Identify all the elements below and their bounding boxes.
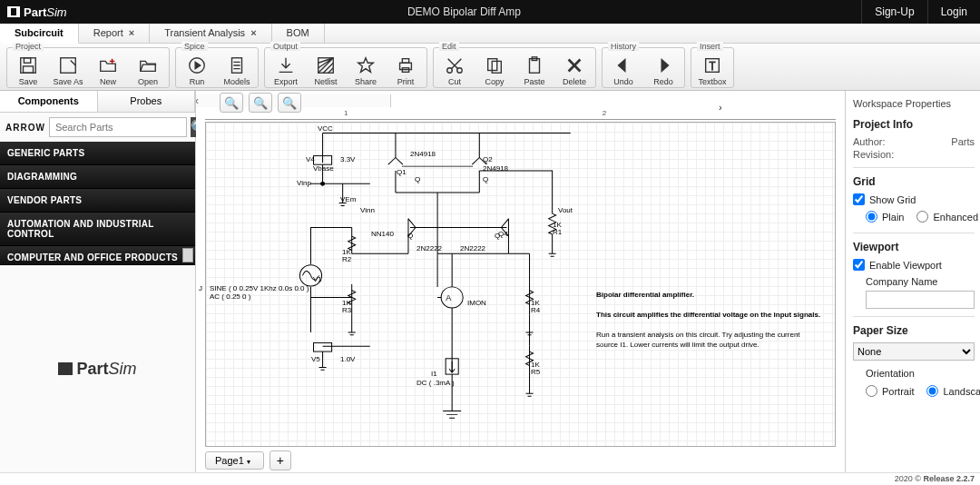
close-icon[interactable]: × <box>129 27 134 38</box>
author-label: Author: <box>853 136 885 147</box>
grid-area[interactable]: J <box>205 122 836 447</box>
lbl-vinp: Vinp <box>297 179 311 187</box>
zoom-out-icon: 🔍 <box>253 96 268 110</box>
left-panel: Components Probes ARROW 🔍 GENERIC PARTS … <box>0 91 196 472</box>
export-button[interactable]: Export <box>269 50 303 86</box>
tab-subcircuit[interactable]: Subcircuit <box>0 24 79 44</box>
category-list: GENERIC PARTS DIAGRAMMING VENDOR PARTS A… <box>0 142 195 265</box>
chevron-down-icon: ▾ <box>247 458 250 466</box>
tab-transient[interactable]: Transient Analysis× <box>150 24 271 43</box>
zoom-fit-icon: 🔍 <box>282 96 297 110</box>
zoom-fit-button[interactable]: 🔍 <box>278 93 301 113</box>
show-grid-checkbox[interactable]: Show Grid <box>853 193 975 205</box>
play-icon <box>187 55 207 75</box>
schematic-drawing: A VCC V4 3.3V Vbase Vinp VEm Vinn 2N4918… <box>206 123 835 446</box>
textbox-button[interactable]: Textbox <box>695 50 730 86</box>
new-button[interactable]: New <box>91 50 125 86</box>
orientation-label: Orientation <box>866 368 975 379</box>
tab-bom[interactable]: BOM <box>272 24 325 43</box>
tab-components[interactable]: Components <box>0 91 98 112</box>
paste-button[interactable]: Paste <box>517 50 552 86</box>
orientation-landscape-radio[interactable]: Landscape <box>926 385 980 397</box>
lbl-r1b: R1 <box>553 228 562 236</box>
redo-button[interactable]: Redo <box>646 50 681 86</box>
star-icon <box>356 55 376 75</box>
company-name-label: Company Name <box>866 276 975 287</box>
scrollbar[interactable] <box>182 248 193 262</box>
save-button[interactable]: Save <box>11 50 45 86</box>
lbl-r2b: R2 <box>342 255 351 263</box>
add-page-button[interactable]: + <box>270 450 291 470</box>
open-button[interactable]: Open <box>131 50 165 86</box>
tab-probes[interactable]: Probes <box>98 91 196 112</box>
printer-icon <box>396 55 416 75</box>
left-panel-tabs: Components Probes <box>0 91 195 113</box>
lbl-q1c: Q <box>415 175 420 183</box>
grid-enhanced-radio[interactable]: Enhanced <box>916 211 978 223</box>
zoom-in-button[interactable]: 🔍 <box>220 93 243 113</box>
share-button[interactable]: Share <box>348 50 383 86</box>
run-button[interactable]: Run <box>180 50 214 86</box>
chip-icon <box>7 6 20 17</box>
print-button[interactable]: Print <box>388 50 423 86</box>
cat-vendor[interactable]: VENDOR PARTS <box>0 189 195 213</box>
zoom-in-icon: 🔍 <box>224 96 239 110</box>
svg-rect-3 <box>61 58 76 74</box>
textbox-icon <box>702 55 722 75</box>
lbl-vbase: Vbase <box>313 164 334 173</box>
app-name-bold: Part <box>24 5 46 19</box>
revision-label: Revision: <box>853 149 894 160</box>
arrow-logo: ARROW <box>5 123 45 133</box>
group-project: Project Save Save As New Open <box>6 47 170 88</box>
app-logo[interactable]: PartSim <box>0 5 67 19</box>
lbl-vinn: Vinn <box>360 206 375 214</box>
company-name-input[interactable] <box>866 291 975 309</box>
lbl-q3a: Q <box>407 232 413 240</box>
cat-automation[interactable]: AUTOMATION AND INDUSTRIAL CONTROL <box>0 213 195 246</box>
ruler-tick: 1 <box>344 109 348 117</box>
login-link[interactable]: Login <box>927 0 980 24</box>
delete-button[interactable]: Delete <box>557 50 592 86</box>
orientation-portrait-radio[interactable]: Portrait <box>866 385 914 397</box>
partsim-watermark: PartSim <box>0 265 195 472</box>
hatch-icon <box>316 55 336 75</box>
cat-diagramming[interactable]: DIAGRAMMING <box>0 165 195 189</box>
netlist-button[interactable]: Netlist <box>309 50 343 86</box>
folder-plus-icon <box>98 55 118 75</box>
document-icon <box>227 55 247 75</box>
lbl-q1b: Q1 <box>397 168 407 176</box>
search-input[interactable] <box>49 117 187 137</box>
page-tab-1[interactable]: Page1 ▾ <box>205 451 264 470</box>
author-value: Parts <box>951 136 975 147</box>
lbl-v4val: 3.3V <box>340 155 355 163</box>
cat-generic[interactable]: GENERIC PARTS <box>0 142 195 165</box>
close-icon[interactable]: × <box>250 27 256 38</box>
svg-point-20 <box>441 287 463 308</box>
cut-button[interactable]: Cut <box>437 50 472 86</box>
saveas-button[interactable]: Save As <box>51 50 85 86</box>
lbl-nn14: NN140 <box>371 230 394 238</box>
models-button[interactable]: Models <box>220 50 254 86</box>
paper-size-select[interactable]: None <box>853 342 975 361</box>
floppy-icon <box>18 55 38 75</box>
top-bar: PartSim DEMO Bipolar Diff Amp Sign-Up Lo… <box>0 0 980 24</box>
grid-plain-radio[interactable]: Plain <box>866 211 904 223</box>
svg-rect-1 <box>24 58 30 64</box>
ruler-tick: 2 <box>603 109 606 117</box>
schematic-canvas[interactable]: ‹ › 🔍 🔍 🔍 1 2 J <box>196 91 846 472</box>
tab-report[interactable]: Report× <box>79 24 150 43</box>
cat-computer[interactable]: COMPUTER AND OFFICE PRODUCTS <box>0 246 195 265</box>
lbl-v5val: 1.0V <box>340 355 355 363</box>
footer-year: 2020 <box>895 474 913 483</box>
status-bar: 2020 © Release 2.2.7 <box>0 472 980 485</box>
zoom-toolbar: 🔍 🔍 🔍 <box>220 93 301 113</box>
enable-viewport-checkbox[interactable]: Enable Viewport <box>853 259 975 271</box>
lbl-vout: Vout <box>558 206 573 214</box>
copy-button[interactable]: Copy <box>477 50 512 86</box>
undo-button[interactable]: Undo <box>606 50 641 86</box>
zoom-out-button[interactable]: 🔍 <box>249 93 272 113</box>
signup-link[interactable]: Sign-Up <box>861 0 926 24</box>
document-title: DEMO Bipolar Diff Amp <box>67 5 862 18</box>
section-grid: Grid <box>853 175 975 188</box>
chip-icon <box>58 362 73 375</box>
